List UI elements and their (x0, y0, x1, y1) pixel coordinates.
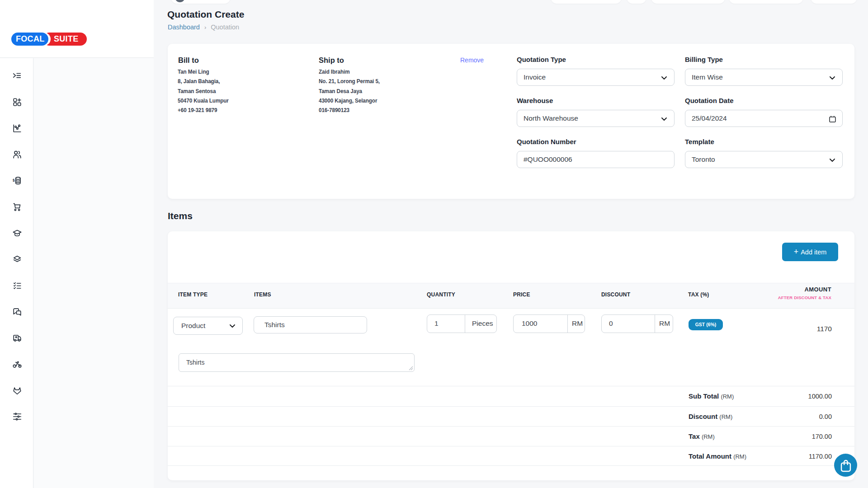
svg-text:$: $ (13, 178, 15, 183)
